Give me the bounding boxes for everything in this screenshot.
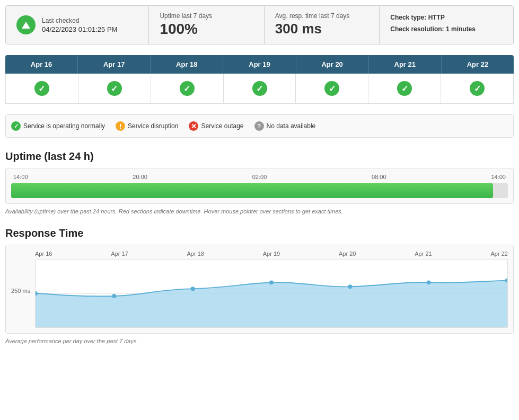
check-resolution-line: Check resolution: 1 minutes [390,24,503,35]
cal-icon-4: ✓ [296,74,368,103]
legend-item-nodata: ? No data available [254,121,316,131]
cal-header-1: Apr 17 [78,55,151,74]
response-section: Response Time 250 ms Apr 16 Apr 17 Apr 1… [5,227,514,344]
check-info: Check type: HTTP Check resolution: 1 min… [390,12,503,35]
data-point-2 [191,287,195,291]
legend-green-icon: ✓ [11,121,21,131]
resp-x-2: Apr 18 [187,251,204,257]
legend-outage-label: Service outage [201,122,243,130]
response-axis-x: Apr 16 Apr 17 Apr 18 Apr 19 Apr 20 Apr 2… [35,251,508,257]
last-checked-label: Last checked [42,17,117,24]
response-note: Average performance per day over the pas… [5,338,514,344]
calendar-icons-row: ✓ ✓ ✓ ✓ ✓ ✓ ✓ [5,74,514,104]
check-type-value: HTTP [428,14,445,21]
cal-icon-6: ✓ [441,74,513,103]
legend-item-normal: ✓ Service is operating normally [11,121,105,131]
check-icon-4: ✓ [324,81,339,96]
resp-x-0: Apr 16 [35,251,52,257]
cal-icon-0: ✓ [6,74,78,103]
up-icon [16,15,36,34]
resp-x-4: Apr 20 [339,251,356,257]
uptime-chart-container: 14:00 20:00 02:00 08:00 14:00 [5,168,514,204]
resp-x-1: Apr 17 [111,251,128,257]
cal-icon-3: ✓ [224,74,296,103]
check-icon-5: ✓ [397,81,412,96]
avg-resp-value: 300 ms [275,21,368,37]
resp-x-6: Apr 22 [491,251,508,257]
check-icon-6: ✓ [470,81,485,96]
calendar-header: Apr 16 Apr 17 Apr 18 Apr 19 Apr 20 Apr 2… [5,55,514,74]
check-icon-3: ✓ [252,81,267,96]
uptime-bar-green [11,183,493,198]
check-icon-1: ✓ [107,81,122,96]
cal-header-4: Apr 20 [296,55,369,74]
cal-header-3: Apr 19 [223,55,296,74]
cal-icon-2: ✓ [151,74,224,103]
cal-header-0: Apr 16 [5,55,78,74]
uptime-section: Uptime (last 24 h) 14:00 20:00 02:00 08:… [5,150,514,215]
check-type-line: Check type: HTTP [390,12,503,24]
data-point-4 [348,284,352,289]
legend: ✓ Service is operating normally ! Servic… [5,114,514,138]
uptime-label: Uptime last 7 days [160,12,253,20]
response-chart-inner: Apr 16 Apr 17 Apr 18 Apr 19 Apr 20 Apr 2… [35,251,508,328]
check-icon-2: ✓ [180,81,195,96]
uptime-axis-3: 08:00 [372,174,386,180]
response-y-label: 250 ms [11,251,35,294]
cal-icon-5: ✓ [368,74,441,103]
uptime-axis-0: 14:00 [13,174,28,180]
check-icon-0: ✓ [34,81,49,96]
legend-nodata-label: No data available [267,122,316,130]
response-chart-svg [35,259,508,328]
legend-item-disruption: ! Service disruption [116,121,178,131]
response-chart-container: 250 ms Apr 16 Apr 17 Apr 18 Apr 19 Apr 2… [5,245,514,334]
legend-yellow-icon: ! [116,121,125,131]
uptime-axis-2: 02:00 [252,174,267,180]
data-point-5 [427,280,431,284]
uptime-note: Availability (uptime) over the past 24 h… [5,208,514,215]
up-arrow-icon [22,22,30,29]
uptime-bar-wrap [11,183,508,198]
check-info-cell: Check type: HTTP Check resolution: 1 min… [380,6,513,44]
stats-bar: Last checked 04/22/2023 01:01:25 PM Upti… [5,5,514,44]
uptime-axis: 14:00 20:00 02:00 08:00 14:00 [11,174,508,180]
uptime-value: 100% [160,21,253,38]
cal-header-6: Apr 22 [442,55,514,74]
legend-normal-label: Service is operating normally [23,122,105,130]
data-point-3 [269,280,274,284]
data-point-1 [112,294,116,298]
legend-red-icon: ✕ [189,121,198,131]
legend-gray-icon: ? [254,121,264,131]
uptime-axis-4: 14:00 [491,174,506,180]
last-checked-value: 04/22/2023 01:01:25 PM [42,25,117,33]
response-chart-layout: 250 ms Apr 16 Apr 17 Apr 18 Apr 19 Apr 2… [11,251,508,328]
check-type-label: Check type: [390,14,426,21]
check-resolution-value: 1 minutes [446,25,476,33]
resp-x-3: Apr 19 [263,251,280,257]
check-resolution-label: Check resolution: [390,25,444,33]
avg-resp-label: Avg. resp. time last 7 days [275,12,368,20]
uptime-axis-1: 20:00 [133,174,147,180]
legend-item-outage: ✕ Service outage [189,121,243,131]
legend-disruption-label: Service disruption [128,122,178,130]
uptime-cell: Uptime last 7 days 100% [149,6,264,44]
cal-header-2: Apr 18 [151,55,223,74]
response-title: Response Time [5,227,514,239]
cal-header-5: Apr 21 [369,55,442,74]
last-checked-info: Last checked 04/22/2023 01:01:25 PM [42,17,117,33]
uptime-title: Uptime (last 24 h) [5,150,514,163]
last-checked-cell: Last checked 04/22/2023 01:01:25 PM [6,6,149,44]
cal-icon-1: ✓ [78,74,151,103]
resp-x-5: Apr 21 [415,251,432,257]
avg-resp-cell: Avg. resp. time last 7 days 300 ms [265,6,380,44]
